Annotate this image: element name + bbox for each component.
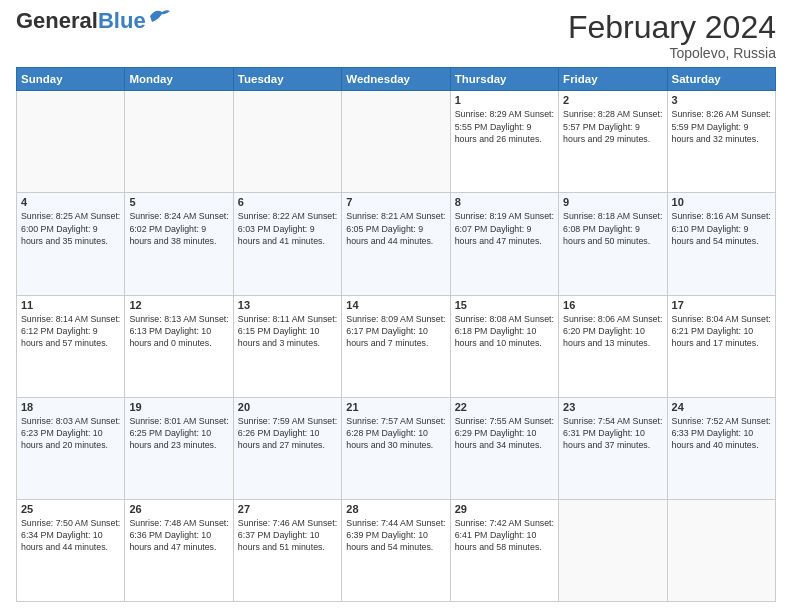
calendar-cell: 8Sunrise: 8:19 AM Sunset: 6:07 PM Daylig…	[450, 193, 558, 295]
calendar-cell: 11Sunrise: 8:14 AM Sunset: 6:12 PM Dayli…	[17, 295, 125, 397]
calendar-cell: 2Sunrise: 8:28 AM Sunset: 5:57 PM Daylig…	[559, 91, 667, 193]
day-info: Sunrise: 7:44 AM Sunset: 6:39 PM Dayligh…	[346, 517, 445, 554]
calendar-cell: 14Sunrise: 8:09 AM Sunset: 6:17 PM Dayli…	[342, 295, 450, 397]
day-number: 3	[672, 94, 771, 106]
calendar-cell: 12Sunrise: 8:13 AM Sunset: 6:13 PM Dayli…	[125, 295, 233, 397]
day-info: Sunrise: 8:08 AM Sunset: 6:18 PM Dayligh…	[455, 313, 554, 350]
calendar-week-3: 11Sunrise: 8:14 AM Sunset: 6:12 PM Dayli…	[17, 295, 776, 397]
day-info: Sunrise: 8:09 AM Sunset: 6:17 PM Dayligh…	[346, 313, 445, 350]
title-month: February 2024	[568, 10, 776, 45]
day-number: 8	[455, 196, 554, 208]
calendar-cell	[233, 91, 341, 193]
day-number: 27	[238, 503, 337, 515]
calendar-cell: 13Sunrise: 8:11 AM Sunset: 6:15 PM Dayli…	[233, 295, 341, 397]
calendar-cell: 3Sunrise: 8:26 AM Sunset: 5:59 PM Daylig…	[667, 91, 775, 193]
calendar-cell: 4Sunrise: 8:25 AM Sunset: 6:00 PM Daylig…	[17, 193, 125, 295]
calendar-cell: 1Sunrise: 8:29 AM Sunset: 5:55 PM Daylig…	[450, 91, 558, 193]
calendar-cell: 6Sunrise: 8:22 AM Sunset: 6:03 PM Daylig…	[233, 193, 341, 295]
calendar-cell: 10Sunrise: 8:16 AM Sunset: 6:10 PM Dayli…	[667, 193, 775, 295]
calendar-cell: 9Sunrise: 8:18 AM Sunset: 6:08 PM Daylig…	[559, 193, 667, 295]
logo: GeneralBlue	[16, 10, 172, 32]
day-number: 6	[238, 196, 337, 208]
day-number: 16	[563, 299, 662, 311]
day-info: Sunrise: 8:22 AM Sunset: 6:03 PM Dayligh…	[238, 210, 337, 247]
col-wednesday: Wednesday	[342, 68, 450, 91]
day-info: Sunrise: 8:01 AM Sunset: 6:25 PM Dayligh…	[129, 415, 228, 452]
calendar-cell: 7Sunrise: 8:21 AM Sunset: 6:05 PM Daylig…	[342, 193, 450, 295]
col-friday: Friday	[559, 68, 667, 91]
day-info: Sunrise: 8:16 AM Sunset: 6:10 PM Dayligh…	[672, 210, 771, 247]
col-thursday: Thursday	[450, 68, 558, 91]
col-saturday: Saturday	[667, 68, 775, 91]
calendar-cell: 18Sunrise: 8:03 AM Sunset: 6:23 PM Dayli…	[17, 397, 125, 499]
day-info: Sunrise: 8:21 AM Sunset: 6:05 PM Dayligh…	[346, 210, 445, 247]
title-location: Topolevo, Russia	[568, 45, 776, 61]
calendar-cell	[125, 91, 233, 193]
calendar-cell: 5Sunrise: 8:24 AM Sunset: 6:02 PM Daylig…	[125, 193, 233, 295]
calendar-week-5: 25Sunrise: 7:50 AM Sunset: 6:34 PM Dayli…	[17, 499, 776, 601]
col-tuesday: Tuesday	[233, 68, 341, 91]
day-info: Sunrise: 7:55 AM Sunset: 6:29 PM Dayligh…	[455, 415, 554, 452]
calendar-cell: 15Sunrise: 8:08 AM Sunset: 6:18 PM Dayli…	[450, 295, 558, 397]
calendar-cell: 23Sunrise: 7:54 AM Sunset: 6:31 PM Dayli…	[559, 397, 667, 499]
day-info: Sunrise: 8:26 AM Sunset: 5:59 PM Dayligh…	[672, 108, 771, 145]
calendar-cell: 20Sunrise: 7:59 AM Sunset: 6:26 PM Dayli…	[233, 397, 341, 499]
title-block: February 2024 Topolevo, Russia	[568, 10, 776, 61]
day-number: 18	[21, 401, 120, 413]
day-info: Sunrise: 8:19 AM Sunset: 6:07 PM Dayligh…	[455, 210, 554, 247]
day-number: 2	[563, 94, 662, 106]
calendar-cell: 27Sunrise: 7:46 AM Sunset: 6:37 PM Dayli…	[233, 499, 341, 601]
day-info: Sunrise: 8:04 AM Sunset: 6:21 PM Dayligh…	[672, 313, 771, 350]
day-info: Sunrise: 8:03 AM Sunset: 6:23 PM Dayligh…	[21, 415, 120, 452]
calendar-week-4: 18Sunrise: 8:03 AM Sunset: 6:23 PM Dayli…	[17, 397, 776, 499]
calendar-cell: 24Sunrise: 7:52 AM Sunset: 6:33 PM Dayli…	[667, 397, 775, 499]
day-number: 29	[455, 503, 554, 515]
day-number: 28	[346, 503, 445, 515]
day-number: 4	[21, 196, 120, 208]
day-number: 21	[346, 401, 445, 413]
day-info: Sunrise: 7:50 AM Sunset: 6:34 PM Dayligh…	[21, 517, 120, 554]
header: GeneralBlue February 2024 Topolevo, Russ…	[16, 10, 776, 61]
col-monday: Monday	[125, 68, 233, 91]
calendar-cell	[667, 499, 775, 601]
calendar-table: Sunday Monday Tuesday Wednesday Thursday…	[16, 67, 776, 602]
day-number: 5	[129, 196, 228, 208]
calendar-week-2: 4Sunrise: 8:25 AM Sunset: 6:00 PM Daylig…	[17, 193, 776, 295]
day-number: 10	[672, 196, 771, 208]
day-info: Sunrise: 8:29 AM Sunset: 5:55 PM Dayligh…	[455, 108, 554, 145]
calendar-cell: 22Sunrise: 7:55 AM Sunset: 6:29 PM Dayli…	[450, 397, 558, 499]
day-info: Sunrise: 8:18 AM Sunset: 6:08 PM Dayligh…	[563, 210, 662, 247]
day-number: 17	[672, 299, 771, 311]
day-number: 12	[129, 299, 228, 311]
calendar-cell: 16Sunrise: 8:06 AM Sunset: 6:20 PM Dayli…	[559, 295, 667, 397]
day-number: 15	[455, 299, 554, 311]
calendar-cell: 29Sunrise: 7:42 AM Sunset: 6:41 PM Dayli…	[450, 499, 558, 601]
day-number: 22	[455, 401, 554, 413]
calendar-cell: 26Sunrise: 7:48 AM Sunset: 6:36 PM Dayli…	[125, 499, 233, 601]
day-info: Sunrise: 8:25 AM Sunset: 6:00 PM Dayligh…	[21, 210, 120, 247]
day-info: Sunrise: 7:57 AM Sunset: 6:28 PM Dayligh…	[346, 415, 445, 452]
day-number: 26	[129, 503, 228, 515]
day-info: Sunrise: 7:48 AM Sunset: 6:36 PM Dayligh…	[129, 517, 228, 554]
calendar-cell: 28Sunrise: 7:44 AM Sunset: 6:39 PM Dayli…	[342, 499, 450, 601]
day-info: Sunrise: 8:11 AM Sunset: 6:15 PM Dayligh…	[238, 313, 337, 350]
day-info: Sunrise: 7:42 AM Sunset: 6:41 PM Dayligh…	[455, 517, 554, 554]
day-info: Sunrise: 7:52 AM Sunset: 6:33 PM Dayligh…	[672, 415, 771, 452]
calendar-header-row: Sunday Monday Tuesday Wednesday Thursday…	[17, 68, 776, 91]
day-number: 9	[563, 196, 662, 208]
day-number: 11	[21, 299, 120, 311]
day-number: 14	[346, 299, 445, 311]
day-info: Sunrise: 8:13 AM Sunset: 6:13 PM Dayligh…	[129, 313, 228, 350]
day-number: 25	[21, 503, 120, 515]
day-info: Sunrise: 8:06 AM Sunset: 6:20 PM Dayligh…	[563, 313, 662, 350]
day-number: 23	[563, 401, 662, 413]
calendar-cell	[17, 91, 125, 193]
day-number: 20	[238, 401, 337, 413]
logo-bird-icon	[148, 8, 172, 26]
page: GeneralBlue February 2024 Topolevo, Russ…	[0, 0, 792, 612]
calendar-cell: 21Sunrise: 7:57 AM Sunset: 6:28 PM Dayli…	[342, 397, 450, 499]
calendar-cell: 25Sunrise: 7:50 AM Sunset: 6:34 PM Dayli…	[17, 499, 125, 601]
day-number: 7	[346, 196, 445, 208]
day-info: Sunrise: 7:54 AM Sunset: 6:31 PM Dayligh…	[563, 415, 662, 452]
day-info: Sunrise: 8:28 AM Sunset: 5:57 PM Dayligh…	[563, 108, 662, 145]
